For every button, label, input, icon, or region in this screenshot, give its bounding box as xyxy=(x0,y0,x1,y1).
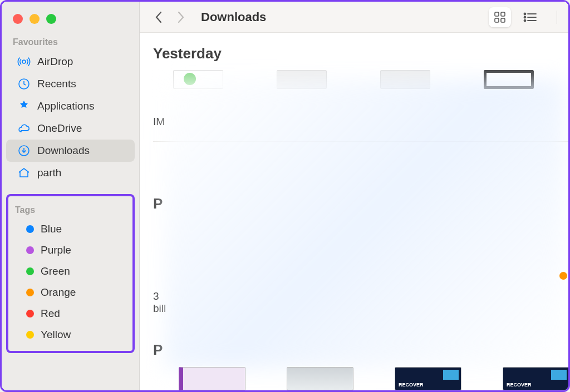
sidebar-item-home[interactable]: parth xyxy=(6,162,135,184)
tag-dot-icon xyxy=(26,289,34,296)
toolbar-divider xyxy=(557,11,557,24)
tag-label: Purple xyxy=(41,244,71,256)
bottom-thumbnail-row: RECOVER RECOVER xyxy=(179,367,569,390)
tag-dot-icon xyxy=(26,310,34,317)
thumb-label: RECOVER xyxy=(507,382,532,388)
view-mode-group xyxy=(485,5,544,29)
sidebar-item-label: Applications xyxy=(37,100,94,112)
tag-dot-icon xyxy=(26,225,34,233)
sidebar-item-onedrive[interactable]: OneDrive xyxy=(6,117,135,140)
file-browser-content[interactable]: Yesterday IM P 3 bill P xyxy=(140,33,568,390)
sidebar-item-recents[interactable]: Recents xyxy=(6,73,135,95)
file-thumbnail[interactable] xyxy=(380,70,430,89)
cloud-icon xyxy=(17,122,31,135)
sidebar-item-downloads[interactable]: Downloads xyxy=(6,140,135,162)
tag-dot-icon xyxy=(26,267,34,275)
tag-label: Blue xyxy=(41,223,62,235)
sidebar-item-label: AirDrop xyxy=(37,56,73,68)
close-window-button[interactable] xyxy=(13,14,23,24)
page-title: Downloads xyxy=(201,10,266,24)
sidebar: Favourites AirDrop Recents Applications … xyxy=(2,2,140,390)
applications-icon xyxy=(17,100,31,113)
download-icon xyxy=(17,144,31,157)
back-button[interactable] xyxy=(151,9,166,25)
icon-view-button[interactable] xyxy=(489,7,511,27)
date-group-header-partial: P xyxy=(153,341,568,359)
file-thumbnail[interactable] xyxy=(287,367,353,390)
airdrop-icon xyxy=(17,55,31,68)
tag-dot-icon xyxy=(26,331,34,339)
file-thumbnail[interactable] xyxy=(173,70,223,89)
svg-rect-5 xyxy=(495,18,499,22)
forward-button[interactable] xyxy=(173,9,189,25)
tag-blue[interactable]: Blue xyxy=(13,219,128,240)
file-text-fragment: 3 xyxy=(153,290,568,302)
svg-rect-6 xyxy=(501,18,505,22)
tags-section-highlight: Tags Blue Purple Green Orange Red xyxy=(6,194,135,353)
sidebar-item-label: Recents xyxy=(37,78,76,90)
svg-point-7 xyxy=(524,13,526,14)
tag-label: Green xyxy=(41,265,70,277)
date-group-header: Yesterday xyxy=(153,33,568,70)
tag-red[interactable]: Red xyxy=(13,303,128,324)
tags-header: Tags xyxy=(8,202,132,219)
sidebar-item-label: parth xyxy=(37,167,61,179)
file-text-fragment: bill xyxy=(153,302,568,315)
sidebar-item-airdrop[interactable]: AirDrop xyxy=(6,51,135,73)
tag-label: Red xyxy=(41,307,60,320)
thumb-label: RECOVER xyxy=(399,382,424,388)
tag-label: Yellow xyxy=(41,329,71,341)
toolbar: Downloads xyxy=(140,2,568,33)
svg-rect-4 xyxy=(501,12,505,16)
file-thumbnail[interactable]: RECOVER xyxy=(503,367,569,390)
tag-orange[interactable]: Orange xyxy=(13,282,128,303)
tag-green[interactable]: Green xyxy=(13,261,128,282)
list-view-button[interactable] xyxy=(519,7,541,27)
fullscreen-window-button[interactable] xyxy=(46,14,56,24)
file-thumbnail[interactable]: RECOVER xyxy=(395,367,461,390)
sidebar-item-applications[interactable]: Applications xyxy=(6,95,135,117)
sidebar-item-label: OneDrive xyxy=(37,122,82,135)
tag-indicator-dot xyxy=(559,272,567,280)
tag-dot-icon xyxy=(26,246,34,254)
clock-icon xyxy=(17,77,31,91)
svg-point-9 xyxy=(524,16,526,18)
svg-point-11 xyxy=(524,19,526,21)
date-group-header-partial: P xyxy=(153,195,568,212)
tag-purple[interactable]: Purple xyxy=(13,240,128,261)
file-thumbnail[interactable] xyxy=(484,70,534,89)
file-name-truncated: IM xyxy=(153,89,568,128)
file-thumbnail[interactable] xyxy=(277,70,327,89)
thumbnail-row xyxy=(153,70,568,89)
svg-rect-3 xyxy=(495,12,499,16)
minimize-window-button[interactable] xyxy=(30,14,40,24)
svg-point-0 xyxy=(22,60,26,63)
window-controls xyxy=(2,11,139,34)
main-area: Downloads Yesterday xyxy=(140,2,568,390)
home-icon xyxy=(17,166,31,180)
tag-yellow[interactable]: Yellow xyxy=(13,324,128,345)
favourites-header: Favourites xyxy=(2,34,139,51)
tag-label: Orange xyxy=(41,286,76,299)
sidebar-item-label: Downloads xyxy=(37,145,90,157)
file-thumbnail[interactable] xyxy=(179,367,245,390)
